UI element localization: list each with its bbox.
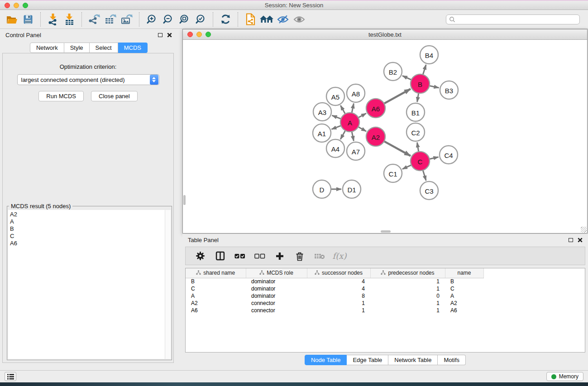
tab-select[interactable]: Select xyxy=(90,43,118,53)
memory-button[interactable]: Memory xyxy=(546,372,583,381)
tab-network-table[interactable]: Network Table xyxy=(388,355,438,365)
graph-edge[interactable] xyxy=(340,130,345,139)
tab-style[interactable]: Style xyxy=(64,43,90,53)
close-table-panel-icon[interactable] xyxy=(578,238,583,243)
zoom-out-button[interactable] xyxy=(160,12,176,27)
table-row[interactable]: Cdominator41C xyxy=(186,285,585,292)
graph-edge[interactable] xyxy=(423,170,426,181)
column-header-predecessor-nodes[interactable]: predecessor nodes xyxy=(370,268,445,278)
criterion-select[interactable]: largest connected component (directed) xyxy=(17,74,159,85)
graph-edge[interactable] xyxy=(358,113,366,118)
graph-edge[interactable] xyxy=(332,115,341,119)
refresh-view-button[interactable] xyxy=(217,12,234,27)
column-header-mcds-role[interactable]: MCDS role xyxy=(246,268,307,278)
memory-label: Memory xyxy=(559,373,578,380)
column-header-name[interactable]: name xyxy=(445,268,483,278)
fx-icon: f(x) xyxy=(333,251,347,261)
result-item[interactable]: A6 xyxy=(10,240,165,247)
float-panel-icon[interactable] xyxy=(158,33,163,37)
resize-grip[interactable] xyxy=(581,227,587,233)
network-canvas[interactable]: B4B2BB3A8A5A6A3B1AC2A1A2A4A7C4CC1C3DD1 xyxy=(183,40,587,233)
delete-row-button[interactable] xyxy=(290,248,310,264)
graph-edge[interactable] xyxy=(358,127,366,131)
tab-mcds[interactable]: MCDS xyxy=(118,43,148,53)
search-input[interactable] xyxy=(455,15,579,24)
graph-edge[interactable] xyxy=(402,165,411,169)
mcds-result-title: MCDS result (5 nodes) xyxy=(9,203,72,210)
tab-network[interactable]: Network xyxy=(30,43,64,53)
select-stepper-icon xyxy=(150,75,158,85)
table-row[interactable]: Adominator80A xyxy=(186,292,585,300)
delete-table-button[interactable] xyxy=(310,248,330,264)
graph-edge[interactable] xyxy=(384,89,411,104)
show-column-button[interactable] xyxy=(210,248,230,264)
graph-edge[interactable] xyxy=(331,126,341,129)
table-tabs: Node Table Edge Table Network Table Moti… xyxy=(182,355,588,365)
graph-edge[interactable] xyxy=(429,157,438,159)
add-row-button[interactable] xyxy=(270,248,290,264)
graph-node-label: D1 xyxy=(347,186,356,194)
table-panel: Table Panel f(x) xyxy=(182,234,588,367)
table-row[interactable]: Bdominator41B xyxy=(186,278,585,285)
graph-edge[interactable] xyxy=(430,86,439,88)
column-header-successor-nodes[interactable]: successor nodes xyxy=(307,268,370,278)
close-panel-button[interactable]: Close panel xyxy=(91,91,138,101)
table-row[interactable]: A2connector11A2 xyxy=(186,300,585,307)
open-session-button[interactable] xyxy=(4,12,20,27)
show-graphics-details-button[interactable] xyxy=(291,12,307,27)
graph-edge[interactable] xyxy=(340,105,345,114)
tab-node-table[interactable]: Node Table xyxy=(305,355,347,365)
graph-edge[interactable] xyxy=(402,76,411,80)
app-titlebar: Session: New Session xyxy=(0,1,588,10)
delete-table-icon xyxy=(314,253,325,259)
mcds-result-list[interactable]: A2 A B C A6 xyxy=(8,210,171,359)
task-history-button[interactable] xyxy=(5,372,16,381)
result-item[interactable]: A xyxy=(10,218,165,225)
export-table-button[interactable] xyxy=(102,12,119,27)
result-item[interactable]: B xyxy=(10,225,165,233)
graph-edge[interactable] xyxy=(423,65,426,75)
export-network-button[interactable] xyxy=(86,12,102,27)
graph-edge[interactable] xyxy=(384,141,411,156)
close-panel-icon[interactable] xyxy=(167,33,172,38)
run-mcds-button[interactable]: Run MCDS xyxy=(38,91,84,101)
main-toolbar xyxy=(0,10,588,29)
graph-node-label: B3 xyxy=(445,87,453,95)
zoom-selected-button[interactable] xyxy=(192,12,209,27)
import-network-button[interactable] xyxy=(45,12,61,27)
network-graph[interactable]: B4B2BB3A8A5A6A3B1AC2A1A2A4A7C4CC1C3DD1 xyxy=(183,40,587,233)
column-header-shared-name[interactable]: shared name xyxy=(186,268,246,278)
function-builder-button[interactable]: f(x) xyxy=(330,248,349,264)
home-first-neighbors-button[interactable] xyxy=(258,12,275,27)
save-session-button[interactable] xyxy=(20,12,36,27)
float-table-panel-icon[interactable] xyxy=(569,238,573,242)
zoom-fit-icon xyxy=(179,14,190,25)
graph-node-label: C2 xyxy=(411,129,420,137)
graph-edge[interactable] xyxy=(417,93,419,102)
table-settings-button[interactable] xyxy=(190,248,210,264)
hide-labels-button[interactable] xyxy=(275,12,291,27)
result-item[interactable]: A2 xyxy=(10,211,165,218)
vertical-scrollbar[interactable] xyxy=(183,195,186,205)
table-row[interactable]: A6connector11A6 xyxy=(186,307,585,314)
graph-edge[interactable] xyxy=(352,104,354,113)
table-toolbar: f(x) xyxy=(185,247,585,265)
result-item[interactable]: C xyxy=(10,233,165,240)
zoom-in-button[interactable] xyxy=(143,12,160,27)
search-field[interactable] xyxy=(446,14,580,24)
clone-network-button[interactable] xyxy=(242,12,258,27)
columns-icon xyxy=(215,251,225,261)
select-all-rows-button[interactable] xyxy=(230,248,250,264)
graph-edge[interactable] xyxy=(352,132,354,141)
zoom-fit-content-button[interactable] xyxy=(176,12,192,27)
export-image-button[interactable] xyxy=(119,12,135,27)
deselect-all-rows-button[interactable] xyxy=(250,248,270,264)
toolbar-separator xyxy=(139,12,139,27)
graph-edge[interactable] xyxy=(417,143,419,152)
result-scrollbar[interactable] xyxy=(165,210,171,359)
tab-motifs[interactable]: Motifs xyxy=(438,355,466,365)
save-floppy-icon xyxy=(23,14,33,25)
tab-edge-table[interactable]: Edge Table xyxy=(347,355,388,365)
import-table-button[interactable] xyxy=(61,12,77,27)
horizontal-scrollbar[interactable] xyxy=(381,230,391,233)
